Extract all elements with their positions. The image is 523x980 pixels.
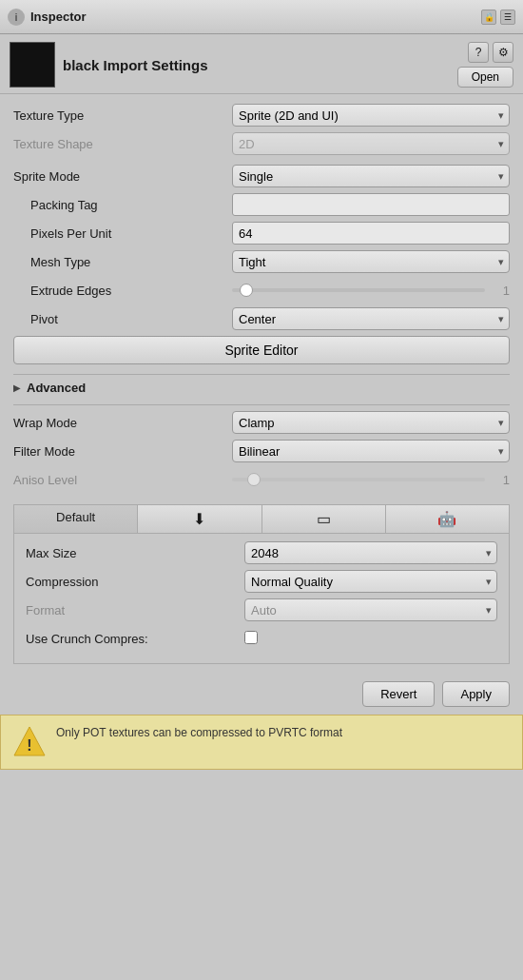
- platform-content: Max Size 2048 32 64 128 256 512 1024 409…: [13, 533, 510, 664]
- max-size-label: Max Size: [26, 546, 244, 560]
- compression-value: Normal Quality None Low Quality High Qua…: [244, 570, 497, 593]
- wrap-mode-select-wrap: Clamp Repeat Mirror: [232, 411, 510, 434]
- asset-thumbnail: [10, 42, 55, 88]
- platform-tabs: Default ⬇ ▭ 🤖: [13, 504, 510, 533]
- warning-triangle-svg: !: [12, 725, 47, 759]
- pivot-select-wrap: Center Top Left Top Top Right Left Right…: [232, 307, 510, 330]
- help-icon[interactable]: ?: [468, 42, 489, 63]
- texture-shape-select-wrap: 2D Cube: [232, 132, 510, 155]
- header-section: black Import Settings ? ⚙ Open: [0, 34, 523, 94]
- pivot-label: Pivot: [13, 312, 232, 326]
- warning-icon: !: [12, 725, 47, 759]
- tab-default-label: Default: [56, 510, 95, 524]
- max-size-value: 2048 32 64 128 256 512 1024 4096: [244, 541, 497, 564]
- lock-icon[interactable]: 🔒: [481, 10, 496, 25]
- packing-tag-label: Packing Tag: [13, 198, 232, 212]
- texture-shape-row: Texture Shape 2D Cube: [13, 132, 510, 155]
- title-bar-controls: 🔒 ☰: [481, 10, 515, 25]
- sprite-mode-value: Single Multiple Polygon: [232, 165, 510, 187]
- crunch-compression-value: [244, 631, 497, 647]
- max-size-select-wrap: 2048 32 64 128 256 512 1024 4096: [244, 541, 497, 564]
- mesh-type-select-wrap: Tight Full Rect: [232, 250, 510, 273]
- crunch-compression-label: Use Crunch Compres:: [26, 632, 244, 646]
- tab-tablet[interactable]: ▭: [262, 505, 386, 533]
- advanced-section-title: Advanced: [27, 381, 86, 395]
- texture-type-value: Sprite (2D and UI) Default Normal Map: [232, 104, 510, 127]
- extrude-edges-slider[interactable]: [232, 288, 485, 292]
- wrap-mode-row: Wrap Mode Clamp Repeat Mirror: [13, 411, 510, 434]
- android-icon: 🤖: [437, 511, 456, 527]
- tablet-icon: ▭: [317, 511, 331, 527]
- header-right: ? ⚙ Open: [457, 42, 513, 88]
- pixels-per-unit-input[interactable]: [232, 222, 510, 245]
- filter-mode-select-wrap: Bilinear Point (no filter) Trilinear: [232, 440, 510, 462]
- texture-shape-value: 2D Cube: [232, 132, 510, 155]
- bottom-buttons: Revert Apply: [0, 674, 523, 715]
- mesh-type-label: Mesh Type: [13, 255, 232, 269]
- warning-text: Only POT textures can be compressed to P…: [56, 725, 342, 741]
- mesh-type-value: Tight Full Rect: [232, 250, 510, 273]
- advanced-section-header[interactable]: ▶ Advanced: [13, 381, 510, 395]
- format-row: Format Auto PVRTC ETC ETC2: [26, 598, 497, 621]
- aniso-level-display: 1: [491, 473, 510, 487]
- extrude-edges-slider-row: 1: [232, 284, 510, 298]
- texture-type-select[interactable]: Sprite (2D and UI) Default Normal Map: [232, 104, 510, 127]
- pc-icon: ⬇: [193, 511, 205, 527]
- texture-shape-select[interactable]: 2D Cube: [232, 132, 510, 155]
- revert-button[interactable]: Revert: [362, 681, 435, 707]
- open-button[interactable]: Open: [457, 67, 513, 88]
- title-bar: i Inspector 🔒 ☰: [0, 0, 523, 34]
- sprite-editor-button[interactable]: Sprite Editor: [13, 336, 510, 364]
- mesh-type-row: Mesh Type Tight Full Rect: [13, 250, 510, 273]
- menu-icon[interactable]: ☰: [500, 10, 515, 25]
- sprite-mode-select[interactable]: Single Multiple Polygon: [232, 165, 510, 187]
- extrude-edges-row: Extrude Edges 1: [13, 279, 510, 302]
- sprite-mode-select-wrap: Single Multiple Polygon: [232, 165, 510, 187]
- packing-tag-row: Packing Tag: [13, 193, 510, 216]
- packing-tag-input[interactable]: [232, 193, 510, 216]
- extrude-edges-label: Extrude Edges: [13, 284, 232, 298]
- pixels-per-unit-row: Pixels Per Unit: [13, 222, 510, 245]
- crunch-compression-row: Use Crunch Compres:: [26, 627, 497, 650]
- tab-android[interactable]: 🤖: [386, 505, 509, 533]
- sprite-mode-label: Sprite Mode: [13, 169, 232, 184]
- max-size-select[interactable]: 2048 32 64 128 256 512 1024 4096: [244, 541, 497, 564]
- extrude-edges-display: 1: [491, 284, 510, 298]
- filter-mode-row: Filter Mode Bilinear Point (no filter) T…: [13, 440, 510, 462]
- aniso-level-value: 1: [232, 473, 510, 487]
- inspector-icon: i: [8, 9, 25, 26]
- filter-mode-select[interactable]: Bilinear Point (no filter) Trilinear: [232, 440, 510, 462]
- extrude-edges-value: 1: [232, 284, 510, 298]
- mesh-type-select[interactable]: Tight Full Rect: [232, 250, 510, 273]
- wrap-mode-select[interactable]: Clamp Repeat Mirror: [232, 411, 510, 434]
- warning-box: ! Only POT textures can be compressed to…: [0, 715, 523, 770]
- pivot-value: Center Top Left Top Top Right Left Right…: [232, 307, 510, 330]
- tab-pc[interactable]: ⬇: [138, 505, 262, 533]
- apply-button[interactable]: Apply: [442, 681, 510, 707]
- pivot-row: Pivot Center Top Left Top Top Right Left…: [13, 307, 510, 330]
- compression-row: Compression Normal Quality None Low Qual…: [26, 570, 497, 593]
- pixels-per-unit-value: [232, 222, 510, 245]
- texture-shape-label: Texture Shape: [13, 137, 232, 151]
- packing-tag-value: [232, 193, 510, 216]
- crunch-compression-checkbox[interactable]: [244, 631, 258, 644]
- pixels-per-unit-label: Pixels Per Unit: [13, 226, 232, 241]
- wrap-mode-value: Clamp Repeat Mirror: [232, 411, 510, 434]
- pivot-select[interactable]: Center Top Left Top Top Right Left Right…: [232, 307, 510, 330]
- compression-select-wrap: Normal Quality None Low Quality High Qua…: [244, 570, 497, 593]
- texture-type-label: Texture Type: [13, 108, 232, 123]
- format-label: Format: [26, 603, 244, 617]
- format-select[interactable]: Auto PVRTC ETC ETC2: [244, 598, 497, 621]
- texture-type-select-wrap: Sprite (2D and UI) Default Normal Map: [232, 104, 510, 127]
- filter-mode-label: Filter Mode: [13, 444, 232, 459]
- title-bar-title: Inspector: [30, 10, 475, 24]
- asset-name: black Import Settings: [63, 57, 450, 73]
- compression-label: Compression: [26, 575, 244, 589]
- tab-default[interactable]: Default: [14, 505, 138, 533]
- header-icons: ? ⚙: [468, 42, 513, 63]
- compression-select[interactable]: Normal Quality None Low Quality High Qua…: [244, 570, 497, 593]
- aniso-level-slider[interactable]: [232, 478, 485, 481]
- max-size-row: Max Size 2048 32 64 128 256 512 1024 409…: [26, 541, 497, 564]
- aniso-level-slider-row: 1: [232, 473, 510, 487]
- settings-icon[interactable]: ⚙: [493, 42, 513, 63]
